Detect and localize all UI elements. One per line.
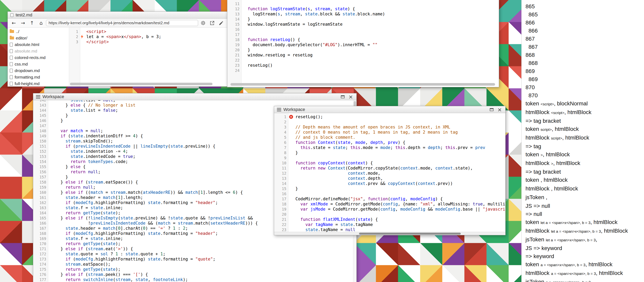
folder-item-editor[interactable]: editor/	[8, 35, 69, 41]
home-button[interactable]: ⌂	[37, 19, 45, 26]
log-line-number: 867	[526, 35, 644, 43]
folder-item-..[interactable]: ../	[8, 28, 69, 35]
code-line: 5// and js block comment.	[274, 135, 505, 140]
line-number: 157	[33, 174, 48, 180]
code-line: 13 context.depth,	[274, 176, 505, 181]
log-line-number: 865	[526, 2, 644, 10]
up-button[interactable]: ↑	[28, 19, 36, 26]
line-number: 151	[33, 144, 48, 149]
log-entry: jsToken ,	[526, 193, 644, 202]
line-number: 22	[274, 222, 288, 227]
code-line: 171 } else if (stream.eat('>')) {	[33, 246, 356, 252]
log-entry: => null	[526, 210, 644, 218]
url-input[interactable]	[46, 20, 198, 26]
file-item-dropdown.md[interactable]: dropdown.md	[8, 67, 69, 74]
file-list: ../editor/absolute.htmlabsolute.mdcolore…	[8, 27, 69, 86]
horizontal-scrollbar-thumb[interactable]	[230, 83, 495, 86]
settings-icon[interactable]	[199, 19, 207, 26]
code-line: 16	[274, 191, 505, 196]
line-number: 6	[274, 140, 288, 145]
log-line-number: 869	[526, 67, 644, 75]
line-number: 159	[33, 185, 48, 190]
line-number: 23	[274, 227, 288, 232]
line-number: 155	[33, 164, 48, 169]
file-name: editor/	[16, 36, 27, 40]
line-number: 17	[227, 32, 242, 37]
file-item-colored-rects.md[interactable]: colored-rects.md	[8, 54, 69, 61]
file-icon	[10, 75, 13, 79]
log-panel: 865865866866867867868868869869870870toke…	[521, 0, 644, 282]
line-number: 150	[33, 139, 48, 144]
log-entry: htmlBlock let a = <span>x</span>, b = 3,…	[526, 227, 644, 236]
forward-button[interactable]: →	[19, 19, 27, 26]
code-line: 21 function flatXMLIndent(state) {	[274, 217, 505, 222]
workspace-window-right: Workspace × 1resetLog();×23// Depth mean…	[274, 106, 506, 235]
window-menu-icon[interactable]	[277, 108, 281, 111]
file-name: colored-rects.md	[14, 55, 46, 60]
code-line: 14 context.prev && copyContext(context.p…	[274, 181, 505, 186]
window-menu-icon[interactable]	[36, 95, 40, 98]
line-number: 165	[33, 216, 48, 221]
window-title: Workspace	[284, 107, 305, 112]
code-line: 10function copyContext(context) {	[274, 160, 505, 166]
code-editor[interactable]: 1112function logStreamState(s, stream, s…	[227, 0, 499, 87]
code-line: 3</script>	[69, 39, 231, 44]
workspace-titlebar[interactable]: Workspace ×	[33, 93, 356, 100]
line-number: 18	[227, 37, 242, 42]
line-number: 175	[33, 267, 48, 272]
code-line: 7 this.state = state; this.mode = mode; …	[274, 145, 505, 150]
log-line-number: 866	[526, 27, 644, 35]
file-item-absolute.html[interactable]: absolute.html	[8, 41, 69, 48]
code-line: 2let a = <span>x</span>, b = 3;	[69, 34, 231, 39]
line-number: 16	[227, 27, 242, 32]
window-title: test2.md	[16, 12, 32, 17]
workspace-titlebar[interactable]: Workspace ×	[274, 106, 505, 113]
back-button[interactable]: ←	[10, 19, 18, 26]
line-number: 14	[274, 181, 288, 186]
file-item-css.md[interactable]: css.md	[8, 61, 69, 67]
close-button[interactable]: ×	[348, 94, 354, 99]
file-item-absolute.md[interactable]: absolute.md	[8, 48, 69, 54]
log-entry: token script>, htmlBlock	[526, 125, 644, 134]
log-line-number: 868	[526, 59, 644, 67]
code-line: 11	[227, 1, 499, 6]
horizontal-scrollbar-thumb[interactable]	[359, 233, 461, 235]
maximize-button[interactable]	[488, 107, 494, 112]
log-line-number: 866	[526, 18, 644, 27]
line-number: 12	[274, 171, 288, 176]
horizontal-scrollbar[interactable]	[274, 232, 505, 235]
log-entry: JS => null	[526, 202, 644, 210]
code-line: 17CodeMirror.defineMode("jsx", function(…	[274, 196, 505, 202]
code-line: 15window.logStreamState = logStreamState	[227, 22, 499, 27]
log-entry: htmlBlock , htmlBlock	[526, 185, 644, 193]
log-entry: token <script>, blockNormal	[526, 99, 644, 108]
open-external-icon[interactable]	[208, 19, 216, 26]
browser-toolbar: ← → ↑ ⌂	[8, 18, 231, 27]
horizontal-scrollbar-thumb[interactable]	[70, 83, 212, 85]
file-item-full-height.md[interactable]: full-height.md	[8, 80, 69, 86]
line-number: 16	[274, 191, 288, 196]
line-number: 19	[227, 42, 242, 47]
workspace-editor[interactable]: 1resetLog();×23// Depth means the amount…	[274, 113, 505, 235]
close-button[interactable]: ×	[497, 107, 502, 112]
code-line: 21window.resetLog = resetLog	[227, 52, 499, 58]
code-editor-window: 1112function logStreamState(s, stream, s…	[227, 0, 499, 87]
code-line: 1resetLog();×	[274, 114, 505, 119]
line-number: 144	[33, 108, 48, 113]
code-line: 172 state.quote = sol ? 1 : state.quote …	[33, 252, 356, 257]
line-number: 21	[227, 52, 242, 58]
file-item-formatting.md[interactable]: formatting.md	[8, 74, 69, 80]
line-number: 2	[274, 119, 288, 125]
line-number: 10	[274, 160, 288, 166]
line-number: 3	[69, 39, 80, 44]
log-entry: token >, htmlBlock	[526, 150, 644, 159]
browser-titlebar[interactable]: test2.md	[8, 12, 231, 18]
edit-icon[interactable]	[217, 19, 225, 26]
file-name: dropdown.md	[14, 68, 40, 73]
line-number: 1	[69, 29, 80, 34]
markdown-source-editor[interactable]: 1<script>2let a = <span>x</span>, b = 3;…	[69, 27, 231, 86]
code-line: 174 stream.eatSpace();	[33, 262, 356, 267]
line-number: 145	[33, 113, 48, 118]
maximize-button[interactable]	[340, 94, 346, 99]
log-entry: htmlBlock script>, htmlBlock	[526, 134, 644, 142]
